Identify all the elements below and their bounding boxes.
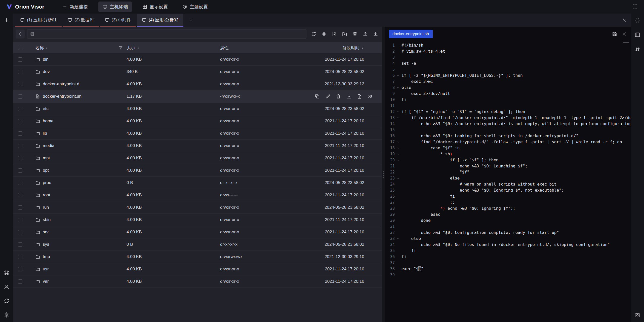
code-area[interactable]: 1#!/bin/sh2# vim:sw=4:ts=4:et34set -e56i…: [385, 41, 631, 322]
file-row[interactable]: home4.00 KBdrwxr-xr-x2021-11-24 17:20:10: [13, 115, 382, 127]
row-checkbox[interactable]: [18, 267, 22, 271]
fold-chevron-icon[interactable]: [395, 73, 401, 79]
file-row[interactable]: dev340 Bdrwxr-xr-x2024-05-28 23:58:02: [13, 66, 382, 78]
file-row[interactable]: mnt4.00 KBdrwxr-xr-x2021-11-24 17:20:10: [13, 152, 382, 164]
back-button[interactable]: [16, 29, 25, 39]
file-row[interactable]: root4.00 KBdrwx------2021-11-24 17:20:10: [13, 189, 382, 201]
path-list-icon[interactable]: [30, 32, 34, 36]
file-row[interactable]: bin4.00 KBdrwxr-xr-x2021-11-24 17:20:10: [13, 53, 382, 66]
file-name[interactable]: media: [43, 143, 54, 148]
row-checkbox[interactable]: [18, 144, 22, 148]
eye-icon[interactable]: [321, 31, 327, 37]
terminal-tab-1[interactable]: (1) 应用-分析01: [15, 14, 62, 27]
plus-icon[interactable]: [4, 17, 10, 23]
sort-icon[interactable]: [634, 46, 640, 52]
file-row[interactable]: sbin4.00 KBdrwxr-xr-x2021-11-24 17:20:10: [13, 214, 382, 226]
menu-item-2[interactable]: 显示设置: [138, 2, 172, 12]
path-input[interactable]: [37, 32, 304, 36]
row-checkbox[interactable]: [18, 279, 22, 284]
brand[interactable]: Orion Visor: [6, 4, 44, 10]
sort-by-size[interactable]: 大小: [127, 45, 140, 51]
fold-chevron-icon[interactable]: [395, 157, 401, 163]
refresh-icon[interactable]: [311, 31, 316, 37]
file-name[interactable]: sys: [43, 242, 49, 247]
file-name[interactable]: etc: [43, 106, 49, 111]
download-icon[interactable]: [346, 94, 352, 99]
terminal-tab-2[interactable]: (2) 数据库: [63, 14, 99, 27]
fold-chevron-icon[interactable]: [395, 109, 401, 115]
file-name[interactable]: bin: [43, 57, 49, 62]
file-name[interactable]: lib: [43, 131, 47, 136]
file-name[interactable]: opt: [43, 168, 49, 173]
move-icon[interactable]: [357, 94, 362, 99]
row-checkbox[interactable]: [18, 70, 22, 74]
close-panel-button[interactable]: [622, 18, 627, 23]
fold-chevron-icon[interactable]: [395, 236, 401, 242]
file-row[interactable]: usr4.00 KBdrwxr-xr-x2021-11-24 17:20:10: [13, 263, 382, 275]
file-row[interactable]: sys0 Bdr-xr-xr-x2024-05-28 23:58:02: [13, 238, 382, 251]
row-checkbox[interactable]: [18, 107, 22, 111]
row-checkbox[interactable]: [18, 119, 22, 123]
file-row[interactable]: proc0 Bdr-xr-xr-x2024-05-28 23:58:02: [13, 177, 382, 189]
file-row[interactable]: media4.00 KBdrwxr-xr-x2021-11-24 17:20:1…: [13, 140, 382, 152]
file-name[interactable]: sbin: [43, 217, 51, 222]
row-checkbox[interactable]: [18, 131, 22, 136]
row-checkbox[interactable]: [18, 193, 22, 197]
panel-splitter[interactable]: [382, 27, 385, 322]
fullscreen-icon[interactable]: [632, 4, 638, 10]
terminal-tab-3[interactable]: (3) 中间件: [100, 14, 136, 27]
file-row[interactable]: opt4.00 KBdrwxr-xr-x2021-11-24 17:20:10: [13, 164, 382, 177]
sync-icon[interactable]: [4, 298, 10, 304]
menu-item-0[interactable]: 新建连接: [58, 2, 92, 12]
file-row[interactable]: tmp4.00 KBdrwxrwxrwx2021-12-30 03:29:10: [13, 251, 382, 263]
file-row[interactable]: etc4.00 KBdrwxr-xr-x2024-05-28 23:58:02: [13, 103, 382, 115]
row-checkbox[interactable]: [18, 242, 22, 247]
file-name[interactable]: root: [43, 193, 50, 198]
row-checkbox[interactable]: [18, 255, 22, 259]
row-checkbox[interactable]: [18, 94, 22, 99]
file-name[interactable]: run: [43, 205, 49, 210]
file-row[interactable]: var4.00 KBdrwxr-xr-x2021-11-24 17:20:10: [13, 275, 382, 288]
gear-icon[interactable]: [4, 312, 10, 318]
sort-by-mtime[interactable]: 修改时间: [342, 45, 364, 51]
file-row[interactable]: run4.00 KBdrwxr-xr-x2024-05-28 23:58:02: [13, 201, 382, 214]
fold-chevron-icon[interactable]: [395, 85, 401, 91]
file-row[interactable]: docker-entrypoint.d4.00 KBdrwxr-xr-x2021…: [13, 78, 382, 90]
new-file-icon[interactable]: [332, 31, 337, 37]
select-all-checkbox[interactable]: [18, 46, 22, 50]
sort-by-name[interactable]: 名称: [35, 45, 49, 51]
save-icon[interactable]: [612, 31, 617, 37]
row-checkbox[interactable]: [18, 218, 22, 222]
file-name[interactable]: mnt: [43, 156, 50, 161]
add-tab-button[interactable]: [188, 18, 193, 23]
file-name[interactable]: var: [43, 279, 49, 284]
file-name[interactable]: home: [43, 119, 54, 124]
row-checkbox[interactable]: [18, 230, 22, 234]
user-icon[interactable]: [4, 284, 10, 290]
camera-icon[interactable]: [634, 312, 640, 318]
copy-icon[interactable]: [314, 94, 320, 99]
download-icon[interactable]: [373, 31, 378, 37]
fold-chevron-icon[interactable]: [395, 175, 401, 181]
editor-close-icon[interactable]: [622, 31, 627, 37]
edit-icon[interactable]: [325, 94, 331, 99]
fold-chevron-icon[interactable]: [395, 145, 401, 151]
fold-chevron-icon[interactable]: [395, 139, 401, 145]
file-row[interactable]: srv4.00 KBdrwxr-xr-x2021-11-24 17:20:10: [13, 226, 382, 238]
filter-icon[interactable]: [118, 46, 123, 50]
braces-icon[interactable]: [634, 17, 640, 23]
row-checkbox[interactable]: [18, 181, 22, 185]
layout-icon[interactable]: [634, 32, 640, 38]
file-row[interactable]: docker-entrypoint.sh1.17 KB-rwxrwxr-x: [13, 90, 382, 103]
editor-scrollbar-thumb[interactable]: [623, 42, 629, 43]
file-name[interactable]: docker-entrypoint.sh: [43, 94, 82, 99]
permission-icon[interactable]: [367, 94, 373, 99]
menu-item-1[interactable]: 主机终端: [98, 2, 132, 12]
menu-item-3[interactable]: 主题设置: [178, 2, 212, 12]
delete-icon[interactable]: [352, 31, 358, 37]
row-checkbox[interactable]: [18, 168, 22, 173]
row-checkbox[interactable]: [18, 205, 22, 210]
editor-file-tab[interactable]: docker-entrypoint.sh: [389, 30, 433, 38]
fold-chevron-icon[interactable]: [395, 151, 401, 157]
terminal-tab-4[interactable]: (4) 应用-分析02: [137, 14, 183, 27]
